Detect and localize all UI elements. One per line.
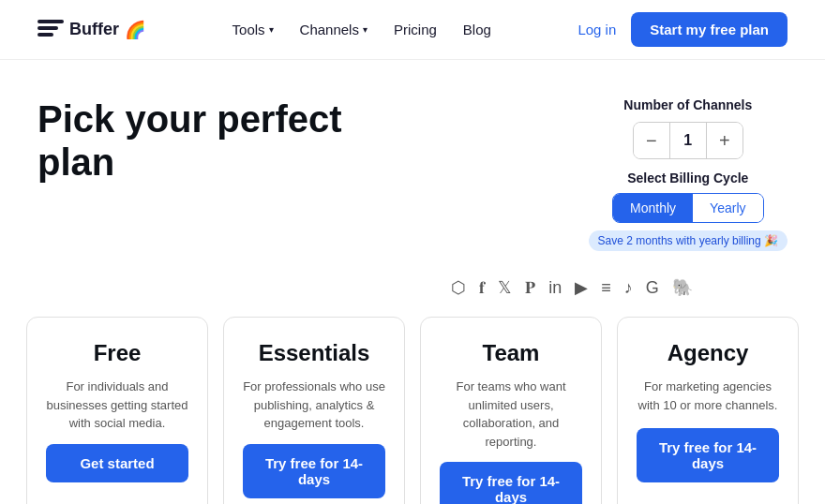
plan-agency-price-row: $120 / monthly for 10 channels xyxy=(637,494,779,504)
linkedin-icon[interactable]: in xyxy=(548,278,562,298)
nav-links: Tools ▾ Channels ▾ Pricing Blog xyxy=(232,22,491,37)
cta-button[interactable]: Start my free plan xyxy=(631,12,788,47)
youtube-icon[interactable]: ▶ xyxy=(575,277,588,298)
billing-control: Select Billing Cycle Monthly Yearly Save… xyxy=(589,170,788,251)
logo-icon xyxy=(38,20,64,40)
plan-essentials: Essentials For professionals who use pub… xyxy=(223,317,405,504)
channel-value: 1 xyxy=(669,123,707,158)
plan-free-price-row: $0 xyxy=(46,494,188,505)
plan-free-name: Free xyxy=(46,340,188,366)
plan-team-name: Team xyxy=(440,340,582,366)
plan-agency-desc: For marketing agencies with 10 or more c… xyxy=(637,378,779,417)
plan-team: Team For teams who want unlimited users,… xyxy=(420,317,602,504)
billing-toggle: Monthly Yearly xyxy=(612,193,763,223)
monthly-button[interactable]: Monthly xyxy=(613,194,693,222)
google-icon[interactable]: G xyxy=(646,278,659,298)
plan-essentials-button[interactable]: Try free for 14-days xyxy=(243,444,385,498)
channel-label: Number of Channels xyxy=(623,97,752,112)
page-title: Pick your perfect plan xyxy=(38,97,356,184)
channel-control: Number of Channels − 1 + xyxy=(623,97,752,159)
chevron-down-icon: ▾ xyxy=(363,24,368,35)
plan-free-desc: For individuals and businesses getting s… xyxy=(46,378,188,433)
plan-essentials-name: Essentials xyxy=(243,340,385,366)
chevron-down-icon: ▾ xyxy=(269,24,274,35)
nav-tools[interactable]: Tools ▾ xyxy=(232,22,274,37)
facebook-icon[interactable]: 𝐟 xyxy=(479,278,485,298)
plan-free-price: $0 xyxy=(98,501,136,505)
hero-section: Pick your perfect plan Number of Channel… xyxy=(0,60,825,270)
nav-pricing[interactable]: Pricing xyxy=(394,22,437,37)
plan-agency-button[interactable]: Try free for 14-days xyxy=(637,428,779,482)
plan-free-button[interactable]: Get started xyxy=(46,444,188,482)
social-icons-row: ⬡ 𝐟 𝕏 𝐏 in ▶ ≡ ♪ G 🐘 xyxy=(319,270,825,317)
mastodon-icon[interactable]: 🐘 xyxy=(672,277,693,298)
twitter-icon[interactable]: 𝕏 xyxy=(498,277,512,298)
pricing-section: Free For individuals and businesses gett… xyxy=(0,317,825,504)
plan-free: Free For individuals and businesses gett… xyxy=(26,317,208,504)
instagram-icon[interactable]: ⬡ xyxy=(451,277,466,298)
plan-essentials-desc: For professionals who use publishing, an… xyxy=(243,378,385,433)
nav-blog[interactable]: Blog xyxy=(463,22,491,37)
increment-button[interactable]: + xyxy=(707,123,742,158)
tiktok-icon[interactable]: ♪ xyxy=(624,278,633,298)
navbar: Buffer 🌈 Tools ▾ Channels ▾ Pricing Blog… xyxy=(0,0,825,60)
plan-team-desc: For teams who want unlimited users, coll… xyxy=(440,378,582,451)
logo[interactable]: Buffer 🌈 xyxy=(38,20,145,40)
plan-agency-name: Agency xyxy=(637,340,779,366)
billing-label: Select Billing Cycle xyxy=(627,170,748,185)
login-button[interactable]: Log in xyxy=(578,22,616,37)
yearly-button[interactable]: Yearly xyxy=(693,194,762,222)
plans-row: Free For individuals and businesses gett… xyxy=(19,317,806,504)
channel-stepper: − 1 + xyxy=(633,122,743,159)
logo-name: Buffer xyxy=(69,20,119,39)
logo-emoji: 🌈 xyxy=(125,20,145,40)
nav-actions: Log in Start my free plan xyxy=(578,12,788,47)
pinterest-icon[interactable]: 𝐏 xyxy=(525,278,535,298)
decrement-button[interactable]: − xyxy=(634,123,669,158)
nav-channels[interactable]: Channels ▾ xyxy=(300,22,368,37)
save-badge: Save 2 months with yearly billing 🎉 xyxy=(589,230,788,251)
plan-team-button[interactable]: Try free for 14-days xyxy=(440,462,582,504)
plan-agency: Agency For marketing agencies with 10 or… xyxy=(617,317,799,504)
controls-area: Number of Channels − 1 + Select Billing … xyxy=(589,97,788,251)
buffer-icon[interactable]: ≡ xyxy=(601,278,611,298)
